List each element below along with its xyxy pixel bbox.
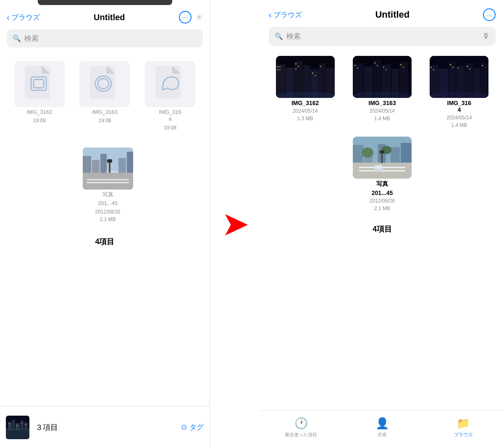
svg-rect-50 — [312, 73, 313, 74]
svg-rect-87 — [482, 65, 483, 66]
tag-label: タグ — [189, 422, 204, 432]
right-street-item[interactable]: 写真 201...45 2012/08/26 2.1 MB — [269, 137, 496, 211]
right-file-date-3: 2024/05/14 — [446, 115, 472, 121]
left-file-icon-2 — [79, 61, 130, 107]
left-photo-date: 2012/08/26 — [95, 209, 120, 215]
svg-rect-47 — [295, 63, 297, 64]
svg-rect-9 — [155, 66, 172, 74]
tab-shared-label: 共有 — [378, 432, 387, 438]
right-night-photo-3 — [430, 56, 488, 98]
right-arrow-icon: ➤ — [221, 207, 249, 241]
svg-rect-26 — [16, 423, 20, 430]
svg-rect-33 — [25, 424, 26, 425]
svg-rect-32 — [21, 423, 22, 424]
right-search-bar[interactable]: 🔍 検索 🎙 — [269, 27, 496, 46]
right-night-photo-2 — [353, 56, 412, 98]
left-file-item-2[interactable]: IMG_3163 19:08 — [72, 57, 138, 135]
left-back-button[interactable]: ‹ ブラウズ — [7, 13, 40, 22]
svg-rect-68 — [400, 64, 402, 65]
tab-browse[interactable]: 📁 ブラウズ — [423, 417, 504, 438]
right-bottom-photo-section: 写真 201...45 2012/08/26 2.1 MB — [260, 132, 504, 216]
left-tag-button[interactable]: ⊙ タグ — [181, 422, 204, 432]
svg-rect-62 — [354, 65, 356, 66]
tab-recent-label: 最近使った項目 — [285, 432, 317, 438]
left-file-name-1: IMG_3162 — [26, 109, 52, 116]
left-file-time-3: 19:08 — [164, 125, 176, 131]
right-back-button[interactable]: ‹ ブラウズ — [269, 10, 302, 20]
right-search-placeholder: 検索 — [286, 32, 301, 41]
svg-rect-28 — [24, 422, 28, 430]
left-photo-name: 写真 — [102, 191, 113, 198]
clock-icon: 🕐 — [294, 417, 308, 430]
right-file-item-2[interactable]: IMG_3163 2024/05/14 1.4 MB — [346, 56, 418, 128]
browse-icon: 📁 — [457, 417, 470, 430]
svg-rect-65 — [377, 65, 378, 66]
left-files-grid: IMG_3162 19:08 IMG_3163 19:08 — [0, 53, 210, 139]
right-back-chevron-icon: ‹ — [269, 11, 272, 19]
right-more-button[interactable]: ··· — [483, 8, 496, 21]
microphone-icon[interactable]: 🎙 — [482, 32, 490, 41]
left-back-chevron-icon: ‹ — [7, 13, 10, 21]
svg-rect-69 — [403, 67, 404, 68]
right-tab-bar: 🕐 最近使った項目 👤 共有 📁 ブラウズ — [260, 410, 504, 448]
left-photo-item[interactable]: 写真 201...45 2012/08/26 2.1 MB — [13, 143, 203, 227]
svg-rect-45 — [277, 69, 278, 70]
left-title: Untitled — [43, 13, 176, 22]
tab-recent[interactable]: 🕐 最近使った項目 — [260, 417, 341, 438]
left-nav-actions: ··· ✳ — [179, 11, 203, 24]
right-street-name2: 201...45 — [372, 190, 393, 196]
right-file-name-3: IMG_3164 — [447, 100, 472, 113]
svg-rect-82 — [450, 64, 451, 65]
top-bar-decoration — [38, 0, 172, 5]
svg-rect-83 — [452, 67, 454, 68]
right-file-size-1: 1.3 MB — [297, 116, 313, 121]
arrow-container: ➤ — [210, 0, 260, 448]
svg-rect-81 — [433, 69, 434, 70]
left-panel: ‹ ブラウズ Untitled ··· ✳ 🔍 検索 IMG_316 — [0, 0, 210, 448]
svg-rect-102 — [380, 150, 384, 153]
right-file-name-2: IMG_3163 — [368, 100, 396, 106]
left-file-icon-3 — [145, 61, 195, 107]
left-photo-thumb — [83, 148, 133, 190]
svg-rect-80 — [430, 67, 432, 68]
svg-rect-27 — [21, 421, 24, 430]
right-item-count: 4項目 — [260, 216, 504, 238]
left-search-bar[interactable]: 🔍 検索 — [7, 29, 203, 47]
svg-rect-104 — [375, 165, 382, 169]
svg-rect-63 — [357, 68, 358, 69]
left-more-button[interactable]: ··· — [179, 11, 192, 24]
left-file-time-1: 19:08 — [33, 118, 46, 124]
tab-shared[interactable]: 👤 共有 — [341, 417, 423, 438]
right-file-item-3[interactable]: IMG_3164 2024/05/14 1.4 MB — [423, 56, 496, 128]
right-file-item-1[interactable]: IMG_3162 2024/05/14 1.3 MB — [269, 56, 341, 128]
svg-rect-1 — [25, 66, 42, 74]
svg-rect-52 — [320, 66, 321, 67]
right-title: Untitled — [305, 9, 480, 20]
left-file-item-1[interactable]: IMG_3162 19:08 — [7, 57, 72, 135]
left-file-name-3: IMG_3164 — [159, 109, 181, 123]
left-file-name-2: IMG_3163 — [92, 109, 118, 116]
right-file-size-2: 1.4 MB — [374, 116, 390, 121]
shared-icon: 👤 — [375, 417, 389, 430]
right-files-grid: IMG_3162 2024/05/14 1.3 MB — [260, 52, 504, 132]
left-file-time-2: 19:08 — [98, 118, 111, 124]
svg-rect-25 — [12, 420, 15, 430]
svg-rect-67 — [386, 69, 387, 70]
tab-browse-label: ブラウズ — [454, 432, 472, 438]
right-street-date: 2012/08/26 — [370, 198, 395, 204]
svg-rect-31 — [16, 425, 17, 426]
svg-rect-49 — [295, 69, 297, 69]
left-file-item-3[interactable]: IMG_3164 19:08 — [137, 57, 203, 135]
right-street-photo — [353, 137, 412, 179]
svg-rect-21 — [107, 159, 112, 163]
svg-rect-64 — [374, 63, 375, 63]
left-bottom-thumb — [6, 416, 29, 439]
svg-rect-29 — [9, 423, 10, 424]
left-nav-bar: ‹ ブラウズ Untitled ··· ✳ — [0, 5, 210, 27]
left-file-icon-1 — [14, 61, 65, 107]
right-file-size-3: 1.4 MB — [451, 122, 467, 128]
svg-rect-17 — [83, 173, 133, 190]
right-file-date-2: 2024/05/14 — [370, 108, 395, 114]
svg-rect-5 — [90, 66, 107, 74]
svg-rect-43 — [277, 66, 278, 67]
